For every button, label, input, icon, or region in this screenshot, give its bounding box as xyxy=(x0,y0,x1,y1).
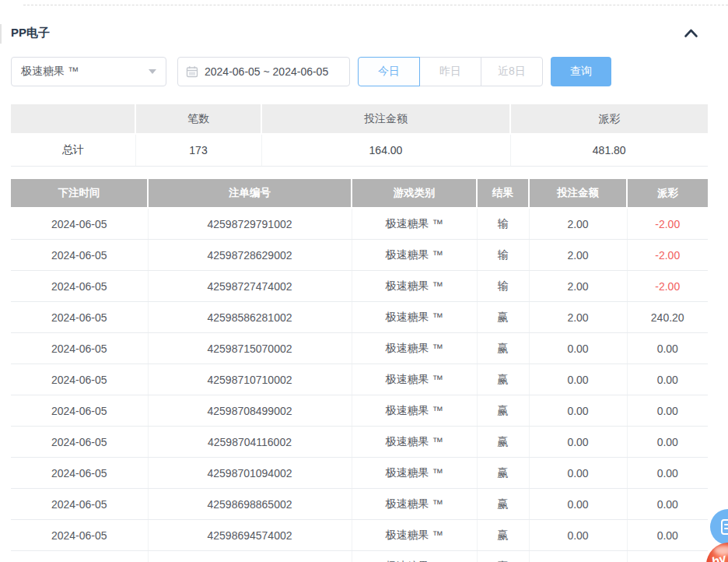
dashed-divider xyxy=(23,5,728,5)
cell-bet-time: 2024-06-05 xyxy=(11,489,148,520)
table-row: 2024-06-0542598708499002极速糖果 ™赢0.000.00 xyxy=(11,395,708,427)
summary-col-count: 笔数 xyxy=(135,104,261,134)
cell-bet-amount: 2.00 xyxy=(529,271,627,302)
table-row: 2024-06-0542598698865002极速糖果 ™赢0.000.00 xyxy=(11,489,708,520)
cell-game-type: 极速糖果 ™ xyxy=(352,240,477,271)
cell-result: 赢 xyxy=(477,427,529,458)
table-row: 2024-06-0542598586281002极速糖果 ™赢2.00240.2… xyxy=(11,302,708,333)
col-result: 结果 xyxy=(477,179,529,208)
table-row: 2024-06-0542598694574002极速糖果 ™赢0.000.00 xyxy=(11,520,708,551)
summary-total-row: 总计 173 164.00 481.80 xyxy=(11,134,708,167)
chevron-down-icon xyxy=(149,69,156,74)
cell-order-id: 42598701094002 xyxy=(148,458,352,489)
summary-payout-value: 481.80 xyxy=(510,134,708,167)
cell-game-type: 极速糖果 ™ xyxy=(352,302,477,333)
cell-payout: 0.00 xyxy=(627,395,708,427)
cell-bet-amount: 0.00 xyxy=(529,458,627,489)
cell-result: 赢 xyxy=(477,551,529,562)
filter-bar: 极速糖果 ™ 2024-06-05 ~ 2024-06-05 今日 昨日 近8日… xyxy=(11,57,728,86)
last-8-days-button[interactable]: 近8日 xyxy=(481,57,543,86)
cell-bet-time: 2024-06-05 xyxy=(11,364,148,395)
cell-game-type: 极速糖果 ™ xyxy=(352,551,477,562)
col-bet-time: 下注时间 xyxy=(11,179,148,208)
collapse-button[interactable] xyxy=(682,26,700,40)
cell-order-id: 42598689021002 xyxy=(148,551,352,562)
cell-order-id: 42598710710002 xyxy=(148,364,352,395)
table-row: 2024-06-0542598704116002极速糖果 ™赢0.000.00 xyxy=(11,427,708,458)
cell-game-type: 极速糖果 ™ xyxy=(352,458,477,489)
cell-game-type: 极速糖果 ™ xyxy=(352,489,477,520)
cell-payout: 0.00 xyxy=(627,364,708,395)
document-icon xyxy=(720,518,728,536)
col-payout: 派彩 xyxy=(627,179,708,208)
cell-game-type: 极速糖果 ™ xyxy=(352,208,477,240)
table-row: 2024-06-0542598710710002极速糖果 ™赢0.000.00 xyxy=(11,364,708,395)
yesterday-button[interactable]: 昨日 xyxy=(419,57,481,86)
cell-bet-amount: 0.00 xyxy=(529,551,627,562)
section-header: PP电子 xyxy=(0,0,728,40)
cell-result: 输 xyxy=(477,208,529,240)
floating-records-button[interactable] xyxy=(710,509,728,545)
cell-payout: 240.20 xyxy=(627,302,708,333)
cell-game-type: 极速糖果 ™ xyxy=(352,333,477,364)
quick-range-group: 今日 昨日 近8日 xyxy=(358,57,543,86)
cell-order-id: 42598698865002 xyxy=(148,489,352,520)
cell-bet-time: 2024-06-05 xyxy=(11,240,148,271)
cell-bet-amount: 0.00 xyxy=(529,333,627,364)
table-row: 2024-06-0542598729791002极速糖果 ™输2.00-2.00 xyxy=(11,208,708,240)
summary-header-row: 笔数 投注金额 派彩 xyxy=(11,104,708,134)
cell-game-type: 极速糖果 ™ xyxy=(352,520,477,551)
date-range-picker[interactable]: 2024-06-05 ~ 2024-06-05 xyxy=(177,57,350,86)
cell-order-id: 42598729791002 xyxy=(148,208,352,240)
cell-payout: -2.00 xyxy=(627,240,708,271)
summary-col-blank xyxy=(11,104,135,134)
table-row: 2024-06-0542598727474002极速糖果 ™输2.00-2.00 xyxy=(11,271,708,302)
cell-result: 输 xyxy=(477,240,529,271)
cell-payout: 0.00 xyxy=(627,551,708,562)
summary-total-label: 总计 xyxy=(11,134,135,167)
cell-order-id: 42598708499002 xyxy=(148,395,352,427)
cell-order-id: 42598704116002 xyxy=(148,427,352,458)
chevron-up-icon xyxy=(684,28,698,38)
cell-bet-amount: 2.00 xyxy=(529,302,627,333)
cell-game-type: 极速糖果 ™ xyxy=(352,271,477,302)
customer-service-ball[interactable]: bv xyxy=(706,543,728,562)
summary-bet-amount-value: 164.00 xyxy=(261,134,510,167)
table-row: 2024-06-0542598689021002极速糖果 ™赢0.000.00 xyxy=(11,551,708,562)
cell-payout: 0.00 xyxy=(627,333,708,364)
cell-result: 赢 xyxy=(477,489,529,520)
col-game-type: 游戏类别 xyxy=(352,179,477,208)
cell-bet-amount: 0.00 xyxy=(529,489,627,520)
cell-result: 赢 xyxy=(477,364,529,395)
summary-col-bet-amount: 投注金额 xyxy=(261,104,510,134)
cell-bet-amount: 0.00 xyxy=(529,427,627,458)
date-range-value: 2024-06-05 ~ 2024-06-05 xyxy=(205,65,328,78)
summary-table: 笔数 投注金额 派彩 总计 173 164.00 481.80 xyxy=(11,104,708,167)
cell-bet-time: 2024-06-05 xyxy=(11,333,148,364)
cell-bet-time: 2024-06-05 xyxy=(11,427,148,458)
cell-payout: -2.00 xyxy=(627,208,708,240)
detail-header-row: 下注时间 注单编号 游戏类别 结果 投注金额 派彩 xyxy=(11,179,708,208)
cell-bet-time: 2024-06-05 xyxy=(11,551,148,562)
table-row: 2024-06-0542598715070002极速糖果 ™赢0.000.00 xyxy=(11,333,708,364)
cell-order-id: 42598586281002 xyxy=(148,302,352,333)
today-button[interactable]: 今日 xyxy=(358,57,420,86)
cell-result: 赢 xyxy=(477,333,529,364)
cell-bet-amount: 0.00 xyxy=(529,364,627,395)
cell-order-id: 42598728629002 xyxy=(148,240,352,271)
table-row: 2024-06-0542598728629002极速糖果 ™输2.00-2.00 xyxy=(11,240,708,271)
query-button[interactable]: 查询 xyxy=(551,57,611,86)
calendar-icon xyxy=(186,65,198,78)
bet-records-table: 下注时间 注单编号 游戏类别 结果 投注金额 派彩 2024-06-054259… xyxy=(11,179,708,562)
page-title: PP电子 xyxy=(11,25,50,40)
cell-bet-time: 2024-06-05 xyxy=(11,395,148,427)
cell-result: 赢 xyxy=(477,302,529,333)
cell-result: 赢 xyxy=(477,458,529,489)
cell-payout: 0.00 xyxy=(627,489,708,520)
cell-game-type: 极速糖果 ™ xyxy=(352,395,477,427)
cell-bet-time: 2024-06-05 xyxy=(11,458,148,489)
cell-bet-amount: 0.00 xyxy=(529,395,627,427)
cell-game-type: 极速糖果 ™ xyxy=(352,364,477,395)
left-edge-fragment xyxy=(0,24,2,44)
game-select[interactable]: 极速糖果 ™ xyxy=(11,57,166,86)
